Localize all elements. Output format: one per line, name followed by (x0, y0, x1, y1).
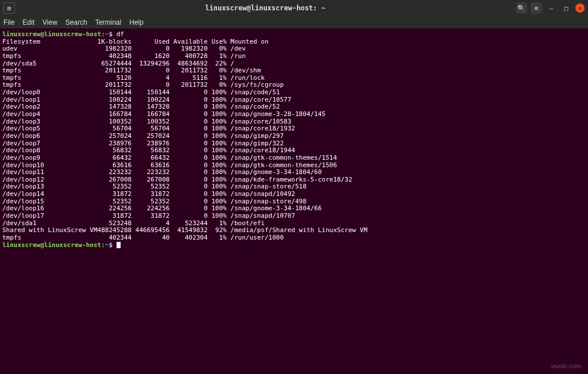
menu-icon: ≡ (535, 5, 539, 12)
menu-view[interactable]: View (42, 18, 57, 26)
maximize-button[interactable]: □ (560, 2, 572, 14)
window-titlebar: ⊞ linuxscrew@linuxscrew-host: ~ 🔍 ≡ — □ … (0, 0, 588, 16)
menu-help[interactable]: Help (129, 18, 144, 26)
minimize-button[interactable]: — (546, 2, 557, 14)
plus-icon: ⊞ (7, 5, 11, 12)
menu-terminal[interactable]: Terminal (95, 18, 121, 26)
menu-bar: File Edit View Search Terminal Help (0, 16, 588, 29)
minimize-icon: — (550, 5, 554, 12)
maximize-icon: □ (564, 5, 568, 12)
window-title: linuxscrew@linuxscrew-host: ~ (20, 4, 511, 12)
close-button[interactable]: × (575, 3, 585, 13)
watermark: vsxdn.com (551, 363, 581, 369)
menu-search[interactable]: Search (65, 18, 87, 26)
close-icon: × (578, 5, 582, 11)
terminal-output[interactable]: linuxscrew@linuxscrew-host:~$ df Filesys… (0, 29, 588, 251)
menu-edit[interactable]: Edit (22, 18, 34, 26)
menu-file[interactable]: File (3, 18, 14, 26)
hamburger-menu-button[interactable]: ≡ (531, 2, 542, 14)
search-button[interactable]: 🔍 (516, 2, 527, 14)
terminal-cursor (117, 242, 121, 248)
new-tab-button[interactable]: ⊞ (3, 2, 15, 14)
search-icon: 🔍 (517, 5, 525, 12)
